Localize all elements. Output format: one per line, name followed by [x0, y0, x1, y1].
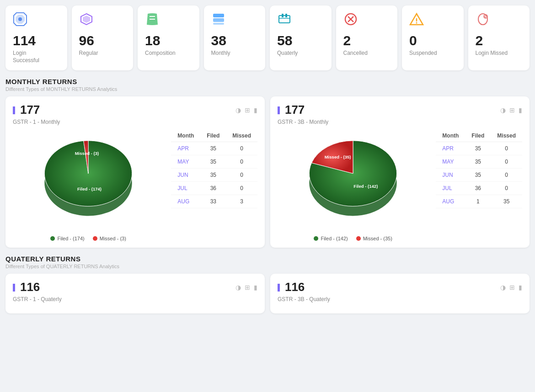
quaterly-returns-subtitle: Different Types of QUATERLY RETURNS Anal… [5, 264, 530, 269]
missed-legend: Missed - (3) [93, 236, 126, 241]
chart-icon[interactable]: ▮ [254, 284, 257, 291]
chart-icon[interactable]: ▮ [519, 106, 522, 114]
cancelled-number: 2 [343, 33, 391, 48]
suspended-label: Suspended [409, 50, 456, 57]
chart-content: Filed - (142)Missed - (35) Filed - (142)… [278, 130, 522, 241]
svg-rect-10 [282, 14, 284, 17]
panel-subtitle: GSTR - 1 - Quaterly [13, 296, 257, 302]
table-row: APR 35 0 [436, 142, 522, 155]
stat-card-quaterly[interactable]: 58 Quaterly [270, 5, 332, 70]
cancelled-icon [343, 12, 391, 29]
missed-legend-label: Missed - (3) [100, 236, 126, 241]
panel-header: ▌ 116 ◑ ⊞ ▮ [278, 280, 522, 294]
col-header: Filed [200, 130, 226, 142]
svg-text:Missed - (35): Missed - (35) [325, 154, 351, 159]
svg-text:Filed - (174): Filed - (174) [77, 187, 102, 192]
regular-label: Regular [79, 50, 126, 57]
panel-header: ▌ 177 ◑ ⊞ ▮ [13, 103, 257, 117]
panel-icon-group: ◑ ⊞ ▮ [235, 106, 257, 114]
pie-icon[interactable]: ◑ [500, 106, 506, 114]
filed-dot [50, 236, 55, 241]
col-header: Month [171, 130, 200, 142]
missed-dot [356, 236, 361, 241]
stats-row: 114 LoginSuccessful 96 Regular 18 Compos… [5, 5, 530, 70]
chart-icon[interactable]: ▮ [254, 106, 257, 114]
chart-panel-gstr3b: ▌ 177 ◑ ⊞ ▮ GSTR - 3B - Monthly Filed - … [270, 96, 530, 248]
bar-icon: ▌ [13, 284, 17, 291]
panel-icon-group: ◑ ⊞ ▮ [500, 106, 522, 114]
table-icon[interactable]: ⊞ [245, 284, 250, 291]
filed-legend: Filed - (174) [50, 236, 84, 241]
table-row: MAY 35 0 [436, 155, 522, 169]
table-row: JUL 36 0 [436, 182, 522, 195]
svg-point-17 [416, 22, 417, 24]
data-table: MonthFiledMissed APR 35 0 MAY 35 0 JUN 3… [436, 130, 522, 208]
svg-rect-7 [213, 23, 224, 25]
panel-subtitle: GSTR - 3B - Monthly [278, 119, 522, 125]
table-icon[interactable]: ⊞ [509, 106, 515, 114]
monthly-returns-subtitle: Different Types of MONTHLY RETURNS Analy… [5, 86, 530, 92]
stat-card-regular[interactable]: 96 Regular [72, 5, 134, 70]
stat-card-login-missed[interactable]: 2 Login Missed [468, 5, 530, 70]
login-successful-label: LoginSuccessful [13, 50, 60, 64]
table-header-row: MonthFiledMissed [436, 130, 522, 142]
table-header-row: MonthFiledMissed [171, 130, 257, 142]
quaterly-label: Quaterly [277, 50, 324, 57]
svg-text:Filed - (142): Filed - (142) [353, 184, 378, 189]
missed-dot [93, 236, 97, 241]
col-header: Month [436, 130, 465, 142]
filed-legend-label: Filed - (142) [321, 236, 348, 241]
quaterly-charts-row: ▌ 116 ◑ ⊞ ▮ GSTR - 1 - Quaterly ▌ 116 ◑ … [5, 274, 530, 313]
filed-legend: Filed - (142) [314, 236, 348, 241]
quaterly-returns-title: QUATERLY RETURNS [5, 255, 530, 263]
monthly-label: Monthly [211, 50, 258, 57]
cancelled-label: Cancelled [343, 50, 391, 57]
login-missed-icon [476, 12, 523, 29]
missed-legend: Missed - (35) [356, 236, 392, 241]
svg-rect-8 [279, 16, 290, 23]
svg-rect-6 [213, 18, 224, 22]
dashboard: 114 LoginSuccessful 96 Regular 18 Compos… [0, 0, 535, 326]
filed-dot [314, 236, 318, 241]
table-icon[interactable]: ⊞ [245, 106, 250, 114]
legend: Filed - (174) Missed - (3) [50, 236, 126, 241]
table-row: JUL 36 0 [171, 182, 257, 195]
composition-icon [145, 12, 192, 29]
monthly-charts-row: ▌ 177 ◑ ⊞ ▮ GSTR - 1 - Monthly Filed - (… [5, 96, 530, 248]
panel-subtitle: GSTR - 3B - Quaterly [278, 296, 522, 302]
col-header: Missed [491, 130, 522, 142]
panel-count-row: ▌ 177 [278, 103, 305, 117]
chart-panel-gstr1: ▌ 177 ◑ ⊞ ▮ GSTR - 1 - Monthly Filed - (… [5, 96, 265, 248]
pie-icon[interactable]: ◑ [235, 106, 241, 114]
table-row: AUG 33 3 [171, 195, 257, 208]
stat-card-monthly[interactable]: 38 Monthly [204, 5, 266, 70]
stat-card-composition[interactable]: 18 Composition [138, 5, 199, 70]
monthly-returns-header: MONTHLY RETURNS Different Types of MONTH… [5, 78, 530, 92]
quaterly-icon [277, 12, 324, 29]
stat-card-suspended[interactable]: 0 Suspended [402, 5, 464, 70]
monthly-icon [211, 12, 258, 29]
chart-panel-gstr3bq: ▌ 116 ◑ ⊞ ▮ GSTR - 3B - Quaterly [270, 274, 530, 313]
legend: Filed - (142) Missed - (35) [314, 236, 392, 241]
quaterly-returns-section: QUATERLY RETURNS Different Types of QUAT… [5, 255, 530, 313]
panel-count: 177 [285, 103, 305, 117]
monthly-number: 38 [211, 33, 258, 48]
composition-number: 18 [145, 33, 192, 48]
chart-panel-gstr1q: ▌ 116 ◑ ⊞ ▮ GSTR - 1 - Quaterly [5, 274, 265, 313]
pie-icon[interactable]: ◑ [235, 284, 241, 291]
table-row: JUN 35 0 [171, 169, 257, 182]
stat-card-login-successful[interactable]: 114 LoginSuccessful [5, 5, 67, 70]
svg-text:Missed - (3): Missed - (3) [75, 151, 99, 156]
table-icon[interactable]: ⊞ [509, 284, 515, 291]
panel-icon-group: ◑ ⊞ ▮ [235, 284, 257, 291]
pie-icon[interactable]: ◑ [500, 284, 506, 291]
pie-container: Filed - (174)Missed - (3) Filed - (174) … [13, 130, 164, 241]
svg-rect-5 [213, 14, 224, 17]
monthly-returns-title: MONTHLY RETURNS [5, 78, 530, 85]
chart-icon[interactable]: ▮ [519, 284, 522, 291]
login-missed-number: 2 [476, 33, 523, 48]
quaterly-number: 58 [277, 33, 324, 48]
stat-card-cancelled[interactable]: 2 Cancelled [336, 5, 398, 70]
panel-count-row: ▌ 116 [13, 280, 40, 294]
bar-icon: ▌ [278, 106, 282, 114]
